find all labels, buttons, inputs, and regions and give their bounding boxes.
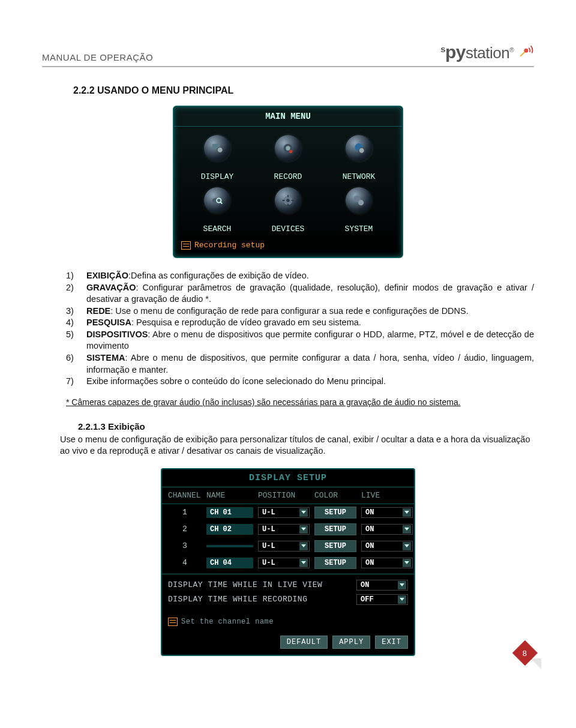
table-row: 3 U-L SETUP ON (162, 538, 414, 555)
name-input[interactable]: CH 04 (206, 558, 253, 568)
network-icon (346, 135, 372, 161)
main-menu-title: MAIN MENU (174, 107, 402, 127)
subsection-title: 2.2.1.3 Exibição (78, 421, 534, 432)
chevron-down-icon (299, 542, 308, 550)
color-setup-button[interactable]: SETUP (314, 507, 356, 519)
main-menu-screenshot: MAIN MENU DISPLAY RECORD NETWORK SEARCH … (173, 106, 403, 258)
name-input[interactable]: CH 02 (206, 524, 253, 535)
list-item: 4)PESQUISA: Pesquisa e reprodução de víd… (66, 317, 534, 329)
list-item: 3)REDE: Use o menu de configuração de re… (66, 305, 534, 317)
apply-button[interactable]: APPLY (332, 636, 370, 649)
list-item: 2)GRAVAÇÃO: Configurar parâmetros de gra… (66, 282, 534, 305)
exit-button[interactable]: EXIT (375, 636, 408, 649)
menu-item-system[interactable]: SYSTEM (326, 187, 391, 233)
menu-item-record[interactable]: RECORD (256, 135, 320, 181)
menu-item-devices[interactable]: DEVICES (256, 187, 320, 233)
rec-time-dropdown[interactable]: OFF (356, 594, 408, 605)
chevron-down-icon (403, 508, 411, 517)
svg-point-0 (524, 49, 528, 53)
menu-item-display[interactable]: DISPLAY (185, 135, 250, 181)
numbered-list: 1)EXIBIÇÃO:Defina as configurações de ex… (66, 270, 534, 388)
live-dropdown[interactable]: ON (361, 507, 413, 518)
record-icon (275, 135, 301, 161)
name-input[interactable] (206, 545, 253, 547)
dialog-footer: DEFAULT APPLY EXIT (162, 633, 414, 651)
footnote: * Câmeras capazes de gravar áudio (não i… (66, 397, 534, 407)
table-row: 4 CH 04 U-L SETUP ON (162, 555, 414, 571)
devices-icon (275, 187, 301, 214)
color-setup-button[interactable]: SETUP (314, 557, 356, 569)
chevron-down-icon (403, 525, 411, 534)
live-dropdown[interactable]: ON (361, 541, 413, 552)
position-dropdown[interactable]: U-L (258, 541, 310, 552)
manual-title: MANUAL DE OPERAÇÃO (42, 52, 153, 62)
svg-point-11 (286, 199, 290, 202)
table-row: 1 CH 01 U-L SETUP ON (162, 504, 414, 521)
color-setup-button[interactable]: SETUP (314, 523, 356, 535)
chevron-down-icon (403, 559, 411, 567)
menu-item-network[interactable]: NETWORK (326, 135, 391, 181)
satellite-icon (517, 43, 534, 62)
chevron-down-icon (299, 559, 308, 567)
name-input[interactable]: CH 01 (206, 507, 253, 518)
table-row: 2 CH 02 U-L SETUP ON (162, 521, 414, 538)
table-header: CHANNEL NAME POSITION COLOR LIVE (162, 487, 414, 504)
section-title: 2.2.2 USANDO O MENU PRINCIPAL (73, 85, 534, 96)
chevron-down-icon (403, 542, 411, 550)
list-item: 7)Exibe informações sobre o conteúdo do … (66, 376, 534, 388)
position-dropdown[interactable]: U-L (258, 524, 310, 535)
search-icon (204, 187, 230, 214)
display-setup-title: DISPLAY SETUP (162, 469, 414, 487)
display-setup-screenshot: DISPLAY SETUP CHANNEL NAME POSITION COLO… (161, 468, 415, 656)
hint-bar: Set the channel name (162, 608, 414, 633)
system-icon (346, 187, 372, 214)
list-item: 6)SISTEMA: Abre o menu de dispositivos, … (66, 352, 534, 376)
svg-point-13 (358, 200, 364, 205)
list-item: 5)DISPOSITIVOS: Abre o menu de dispositi… (66, 329, 534, 352)
corner-shadow (530, 658, 541, 669)
default-button[interactable]: DEFAULT (280, 636, 328, 649)
live-time-dropdown[interactable]: ON (356, 580, 408, 591)
option-row: DISPLAY TIME WHILE RECORDING OFF (168, 592, 408, 607)
chevron-down-icon (299, 525, 308, 534)
page-header: MANUAL DE OPERAÇÃO spystation® (42, 42, 534, 67)
svg-point-4 (286, 146, 290, 150)
live-dropdown[interactable]: ON (361, 524, 413, 535)
list-icon (181, 241, 191, 250)
chevron-down-icon (398, 581, 406, 589)
display-icon (204, 135, 230, 161)
svg-point-7 (359, 148, 364, 153)
svg-point-2 (217, 147, 223, 152)
live-dropdown[interactable]: ON (361, 558, 413, 568)
position-dropdown[interactable]: U-L (258, 507, 310, 518)
color-setup-button[interactable]: SETUP (314, 540, 356, 552)
option-row: DISPLAY TIME WHILE IN LIVE VIEW ON (168, 578, 408, 592)
main-menu-status: Recording setup (174, 238, 402, 253)
brand-logo: spystation® (440, 42, 534, 62)
list-item: 1)EXIBIÇÃO:Defina as configurações de ex… (66, 270, 534, 282)
subsection-text: Use o menu de configuração de exibição p… (60, 434, 534, 457)
menu-item-search[interactable]: SEARCH (185, 187, 250, 233)
list-icon (168, 618, 178, 626)
svg-point-5 (289, 150, 293, 154)
chevron-down-icon (299, 508, 308, 517)
chevron-down-icon (398, 595, 406, 604)
position-dropdown[interactable]: U-L (258, 558, 310, 568)
